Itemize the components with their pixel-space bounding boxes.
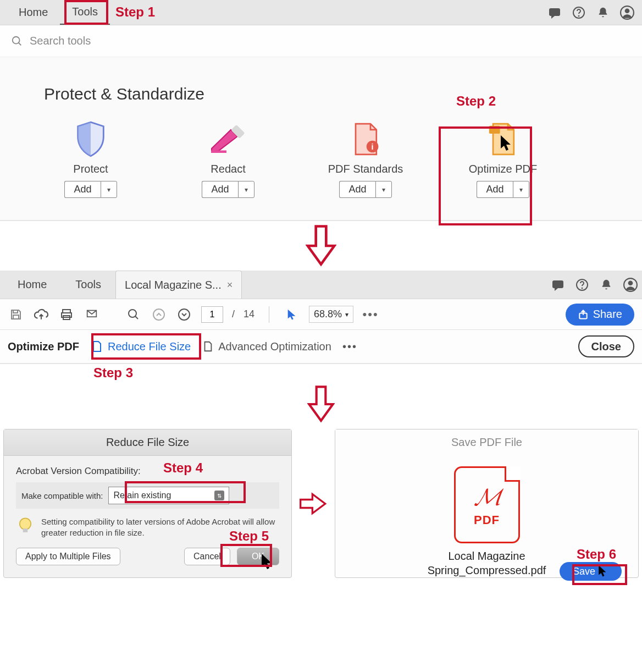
- shield-icon: [69, 120, 113, 158]
- svg-line-27: [135, 316, 138, 319]
- document-tab-title: Local Magazine S...: [125, 279, 222, 291]
- search-icon: [11, 35, 23, 47]
- tool-label: Redact: [211, 163, 245, 175]
- more-icon[interactable]: •••: [362, 306, 379, 323]
- svg-rect-14: [552, 280, 563, 288]
- annotation-box-step6: [572, 564, 627, 585]
- tool-redact[interactable]: Redact Add: [181, 120, 275, 198]
- svg-point-28: [153, 309, 164, 320]
- svg-marker-1: [551, 16, 555, 19]
- redact-icon: [206, 120, 250, 158]
- make-compatible-label: Make compatible with:: [21, 491, 103, 500]
- annotation-step4: Step 4: [163, 460, 203, 476]
- print-icon[interactable]: [58, 306, 75, 323]
- help-icon[interactable]: [574, 277, 590, 293]
- svg-point-17: [582, 288, 583, 288]
- add-button[interactable]: Add: [339, 181, 391, 198]
- reduce-file-size-dialog: Reduce File Size Acrobat Version Compati…: [3, 429, 292, 578]
- tab-home[interactable]: Home: [7, 0, 60, 25]
- pdf-standards-icon: i: [344, 120, 388, 158]
- compat-heading: Acrobat Version Compatibility:: [16, 466, 279, 477]
- tools-panel: Protect & Standardize Protect Add Redact: [0, 57, 642, 221]
- tab-home[interactable]: Home: [3, 271, 61, 299]
- close-icon[interactable]: ×: [227, 279, 233, 291]
- profile-icon[interactable]: [619, 4, 635, 21]
- annotation-box-step3: [91, 333, 201, 360]
- annotation-box-step4: [125, 481, 246, 503]
- chat-icon[interactable]: [546, 4, 563, 21]
- select-tool-icon[interactable]: [284, 306, 300, 323]
- svg-rect-0: [549, 8, 560, 16]
- svg-point-19: [628, 280, 633, 285]
- dialog-title: Save PDF File: [335, 429, 638, 455]
- page-separator: /: [232, 309, 235, 320]
- doc-toolbar: / 14 68.8%▾ ••• Share: [0, 299, 642, 330]
- annotation-step1: Step 1: [115, 4, 155, 20]
- close-button[interactable]: Close: [578, 335, 634, 357]
- tool-label: PDF Standards: [328, 163, 403, 175]
- email-icon[interactable]: [84, 306, 100, 323]
- profile-icon[interactable]: [622, 277, 639, 293]
- optimize-title: Optimize PDF: [8, 340, 79, 353]
- flow-arrow-down: [0, 379, 642, 429]
- panel-tools: Home Tools Search tools Protect & Standa…: [0, 0, 642, 221]
- annotation-step6: Step 6: [577, 547, 616, 562]
- help-icon[interactable]: [571, 4, 587, 21]
- chevron-down-icon[interactable]: [238, 181, 254, 198]
- flow-arrow-right: [300, 429, 327, 578]
- svg-rect-21: [13, 315, 19, 319]
- optimize-toolbar: Optimize PDF Reduce File Size Advanced O…: [0, 330, 642, 364]
- page-input[interactable]: [201, 306, 223, 323]
- tab-tools[interactable]: Tools: [61, 271, 115, 299]
- bulb-icon: [16, 516, 35, 535]
- svg-marker-30: [288, 309, 296, 319]
- pdf-file-icon: 𝓜 PDF: [454, 466, 520, 543]
- annotation-box-step1: [64, 0, 108, 25]
- bell-icon[interactable]: [598, 277, 615, 293]
- share-button[interactable]: Share: [566, 304, 634, 326]
- search-bar[interactable]: Search tools: [0, 25, 642, 57]
- bell-icon[interactable]: [595, 4, 611, 21]
- chevron-down-icon: ▾: [345, 311, 348, 318]
- annotation-step3: Step 3: [93, 365, 642, 381]
- svg-rect-33: [23, 528, 28, 532]
- search-placeholder: Search tools: [30, 35, 91, 47]
- svg-point-5: [625, 8, 630, 13]
- add-button[interactable]: Add: [64, 181, 117, 198]
- apply-multiple-button[interactable]: Apply to Multiple Files: [16, 548, 120, 565]
- annotation-step2: Step 2: [456, 93, 496, 109]
- zoom-select[interactable]: 68.8%▾: [309, 306, 353, 323]
- save-dialog: Save PDF File 𝓜 PDF Local Magazine Sprin…: [335, 429, 639, 578]
- panel-document: Home Tools Local Magazine S... × / 14: [0, 271, 642, 379]
- svg-point-32: [20, 518, 31, 529]
- svg-rect-20: [13, 310, 18, 313]
- svg-point-26: [129, 310, 136, 317]
- svg-point-6: [13, 36, 20, 43]
- more-icon[interactable]: •••: [342, 340, 357, 353]
- tool-protect[interactable]: Protect Add: [44, 120, 137, 198]
- annotation-step5: Step 5: [229, 528, 269, 544]
- save-icon[interactable]: [8, 306, 24, 323]
- dialog-title: Reduce File Size: [4, 429, 291, 456]
- tab-document[interactable]: Local Magazine S... ×: [115, 271, 242, 299]
- zoom-search-icon[interactable]: [125, 306, 142, 323]
- annotation-box-step5: [220, 544, 272, 567]
- page-up-icon[interactable]: [151, 306, 167, 323]
- tool-label: Protect: [73, 163, 108, 175]
- svg-point-29: [179, 309, 190, 320]
- add-button[interactable]: Add: [202, 181, 254, 198]
- chat-icon[interactable]: [550, 277, 566, 293]
- chevron-down-icon[interactable]: [375, 181, 392, 198]
- section-title: Protect & Standardize: [44, 85, 598, 103]
- svg-marker-15: [555, 288, 558, 291]
- panel-dialogs: Reduce File Size Acrobat Version Compati…: [0, 429, 642, 600]
- tool-pdf-standards[interactable]: i PDF Standards Add: [319, 120, 412, 198]
- svg-point-3: [579, 15, 579, 16]
- doc-top-nav: Home Tools Local Magazine S... ×: [0, 271, 642, 299]
- annotation-box-step2: [439, 126, 532, 225]
- cloud-upload-icon[interactable]: [33, 306, 49, 323]
- page-down-icon[interactable]: [176, 306, 192, 323]
- advanced-optimization-button[interactable]: Advanced Optimization: [202, 340, 331, 353]
- svg-line-7: [19, 42, 21, 45]
- chevron-down-icon[interactable]: [101, 181, 117, 198]
